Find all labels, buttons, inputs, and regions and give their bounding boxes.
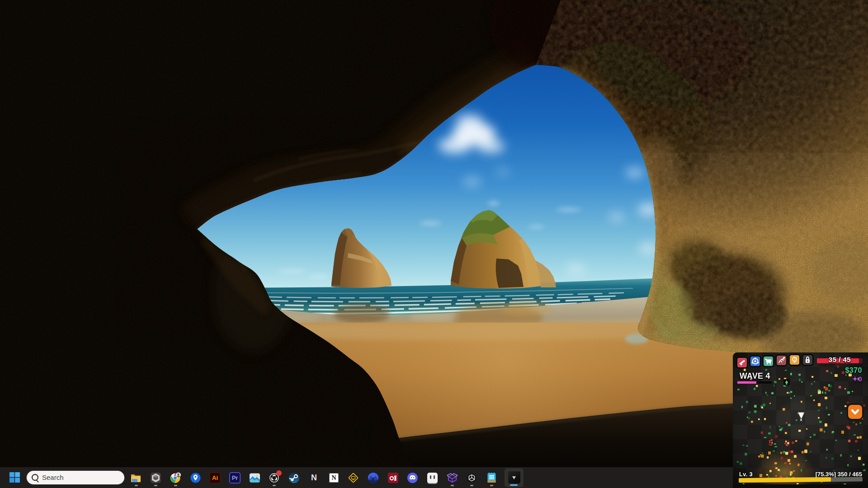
svg-text:5: 5 [769,439,773,447]
